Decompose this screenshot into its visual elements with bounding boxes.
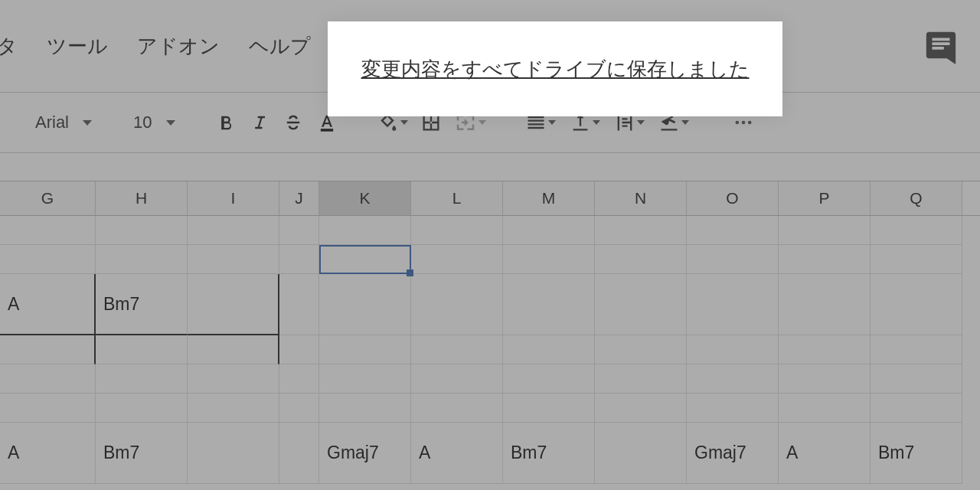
cell[interactable]	[188, 274, 279, 335]
cell[interactable]	[411, 216, 503, 245]
italic-button[interactable]	[243, 106, 276, 139]
cell[interactable]	[871, 274, 962, 335]
cell[interactable]	[279, 216, 319, 245]
cell[interactable]	[96, 394, 188, 423]
column-header-m[interactable]: M	[503, 181, 595, 215]
cell[interactable]	[411, 394, 503, 423]
cell[interactable]: Bm7	[871, 423, 962, 484]
cell[interactable]	[503, 335, 595, 364]
cell[interactable]	[96, 245, 188, 274]
cell[interactable]	[687, 216, 779, 245]
cell[interactable]	[503, 216, 595, 245]
cell[interactable]	[319, 274, 411, 335]
column-header-h[interactable]: H	[96, 181, 188, 215]
column-header-i[interactable]: I	[188, 181, 279, 215]
cell[interactable]	[411, 364, 503, 394]
cell[interactable]: A	[0, 423, 96, 484]
cell[interactable]	[411, 245, 503, 274]
cell[interactable]	[687, 335, 779, 364]
cell[interactable]	[411, 274, 503, 335]
cell[interactable]	[319, 245, 411, 274]
cell[interactable]	[279, 335, 319, 364]
cell[interactable]: A	[0, 274, 96, 335]
cell[interactable]	[871, 245, 962, 274]
cell[interactable]	[188, 364, 279, 394]
menu-item-addons[interactable]: アドオン	[137, 33, 220, 60]
cell[interactable]	[595, 394, 687, 423]
cell[interactable]	[279, 245, 319, 274]
cell[interactable]	[687, 394, 779, 423]
cell[interactable]	[503, 274, 595, 335]
cell[interactable]	[188, 245, 279, 274]
cell[interactable]	[779, 216, 871, 245]
cell[interactable]	[503, 394, 595, 423]
cell[interactable]	[0, 364, 96, 394]
cell[interactable]	[687, 245, 779, 274]
font-size-select[interactable]: 10	[126, 113, 182, 132]
cell[interactable]	[319, 364, 411, 394]
menu-item-help[interactable]: ヘルプ	[249, 33, 311, 60]
cell[interactable]	[687, 274, 779, 335]
cell[interactable]	[96, 216, 188, 245]
cell[interactable]	[779, 274, 871, 335]
cell[interactable]	[0, 335, 96, 364]
cell[interactable]	[779, 364, 871, 394]
cell[interactable]	[319, 216, 411, 245]
cell[interactable]	[503, 245, 595, 274]
cell[interactable]: Bm7	[96, 274, 188, 335]
cell[interactable]: A	[779, 423, 871, 484]
cell[interactable]	[595, 216, 687, 245]
cell[interactable]: Bm7	[503, 423, 595, 484]
save-status-link[interactable]: 変更内容をすべてドライブに保存しました	[328, 21, 782, 116]
cell[interactable]	[319, 335, 411, 364]
cell[interactable]	[871, 335, 962, 364]
cell[interactable]: Bm7	[96, 423, 188, 484]
spreadsheet-grid[interactable]: ABm7ABm7Gmaj7ABm7Gmaj7ABm7	[0, 216, 980, 484]
cell[interactable]: Gmaj7	[319, 423, 411, 484]
cell[interactable]	[595, 245, 687, 274]
bold-button[interactable]	[209, 106, 243, 139]
cell[interactable]	[279, 423, 319, 484]
menu-item-tools[interactable]: ツール	[47, 33, 108, 60]
cell[interactable]	[779, 394, 871, 423]
cell[interactable]	[871, 364, 962, 394]
cell[interactable]	[0, 216, 96, 245]
cell[interactable]	[0, 245, 96, 274]
menu-item-data[interactable]: ータ	[0, 33, 18, 60]
cell[interactable]	[319, 394, 411, 423]
cell[interactable]: Gmaj7	[687, 423, 779, 484]
column-header-n[interactable]: N	[595, 181, 687, 215]
cell[interactable]	[0, 394, 96, 423]
font-select[interactable]: Arial	[28, 113, 100, 132]
column-header-j[interactable]: J	[279, 181, 319, 215]
column-header-l[interactable]: L	[411, 181, 503, 215]
cell[interactable]	[279, 274, 319, 335]
cell[interactable]	[779, 335, 871, 364]
cell[interactable]	[687, 364, 779, 394]
cell[interactable]	[96, 364, 188, 394]
comment-icon[interactable]	[923, 29, 959, 64]
cell[interactable]	[188, 423, 279, 484]
cell[interactable]	[279, 364, 319, 394]
cell[interactable]	[411, 335, 503, 364]
cell[interactable]	[96, 335, 188, 364]
cell[interactable]	[595, 364, 687, 394]
cell[interactable]	[188, 216, 279, 245]
cell[interactable]	[595, 423, 687, 484]
cell[interactable]: A	[411, 423, 503, 484]
cell[interactable]	[188, 394, 279, 423]
column-header-k[interactable]: K	[319, 181, 411, 215]
column-header-g[interactable]: G	[0, 181, 96, 215]
cell[interactable]	[595, 335, 687, 364]
cell[interactable]	[503, 364, 595, 394]
cell[interactable]	[779, 245, 871, 274]
cell[interactable]	[871, 394, 962, 423]
cell[interactable]	[188, 335, 279, 364]
column-header-o[interactable]: O	[687, 181, 779, 215]
cell[interactable]	[595, 274, 687, 335]
column-header-q[interactable]: Q	[871, 181, 962, 215]
cell[interactable]	[871, 216, 962, 245]
cell[interactable]	[279, 394, 319, 423]
strikethrough-button[interactable]	[276, 106, 310, 139]
column-header-p[interactable]: P	[779, 181, 871, 215]
